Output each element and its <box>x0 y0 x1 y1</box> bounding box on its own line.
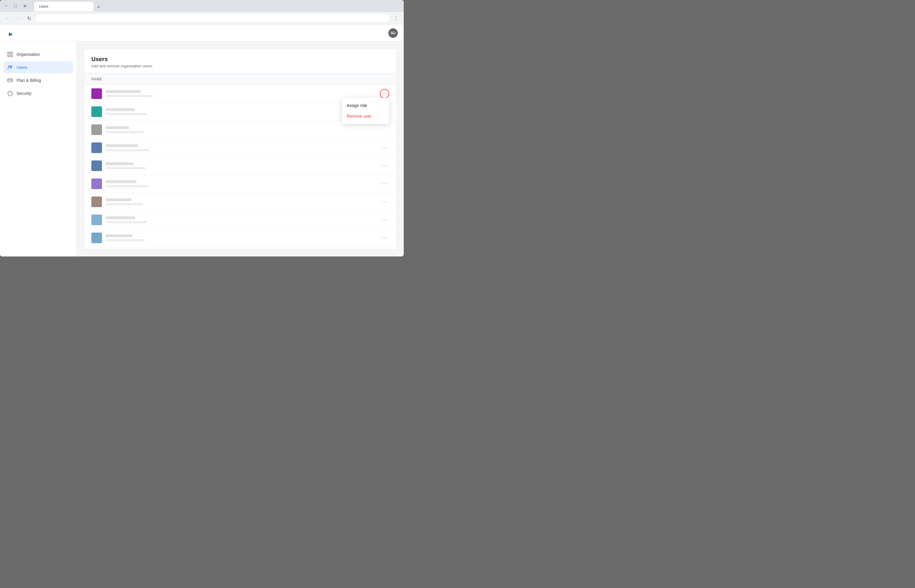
user-info-8 <box>105 216 380 223</box>
user-list: ··· Assign role Remove user <box>84 85 396 249</box>
card-icon <box>7 78 13 83</box>
tab-label: Users <box>39 5 48 8</box>
close-button[interactable]: ✕ <box>21 2 28 10</box>
column-name: Name <box>91 77 102 81</box>
user-avatar-9 <box>91 233 102 243</box>
svg-rect-0 <box>8 52 10 54</box>
user-name-bar-8 <box>105 216 135 219</box>
user-info-7 <box>105 198 380 205</box>
window-controls: − □ ✕ <box>2 2 28 10</box>
user-email-bar-7 <box>105 203 143 205</box>
more-actions-button-5[interactable]: ··· <box>380 161 389 171</box>
app-logo <box>6 28 15 38</box>
more-actions-button-8[interactable]: ··· <box>380 215 389 225</box>
sidebar-label-security: Security <box>16 91 32 96</box>
user-name-bar-9 <box>105 234 133 237</box>
page-title: Users <box>91 56 389 63</box>
user-avatar-8 <box>91 215 102 225</box>
refresh-button[interactable]: ↻ <box>25 14 33 23</box>
active-tab[interactable]: Users <box>34 2 94 11</box>
svg-rect-2 <box>8 55 10 57</box>
user-avatar-5 <box>91 160 102 171</box>
user-info-4 <box>105 144 380 151</box>
address-bar[interactable] <box>36 14 390 23</box>
more-actions-button-9[interactable]: ··· <box>380 233 389 242</box>
user-avatar-2 <box>91 107 102 117</box>
user-name-bar-7 <box>105 198 131 201</box>
user-name-bar-5 <box>105 162 134 165</box>
sidebar-item-plan-billing[interactable]: Plan & Billing <box>3 74 73 86</box>
user-email-bar-1 <box>105 95 153 97</box>
more-actions-button-4[interactable]: ··· <box>380 143 389 152</box>
sidebar-label-plan-billing: Plan & Billing <box>16 78 41 83</box>
table-row: ··· <box>84 229 396 247</box>
user-avatar-3 <box>91 124 102 135</box>
user-info-3 <box>105 126 389 133</box>
remove-user-item[interactable]: Remove user <box>342 111 389 121</box>
sidebar: Organisation Users <box>0 41 77 257</box>
user-avatar-7 <box>91 197 102 207</box>
user-email-bar-8 <box>105 221 147 223</box>
svg-rect-1 <box>11 52 13 54</box>
user-email-bar-4 <box>105 149 150 151</box>
table-row: ··· <box>84 193 396 211</box>
user-email-bar-2 <box>105 113 147 115</box>
more-actions-button-1[interactable]: ··· <box>380 89 389 99</box>
user-info-9 <box>105 234 380 241</box>
svg-point-5 <box>11 66 12 67</box>
user-name-bar-6 <box>105 180 137 183</box>
main-panel: Users Add and remove organisation users.… <box>77 41 404 257</box>
user-name-bar-1 <box>105 90 141 93</box>
dropdown-menu: Assign role Remove user <box>342 98 389 124</box>
more-actions-button-7[interactable]: ··· <box>380 197 389 207</box>
table-row: ··· <box>84 157 396 175</box>
page-subtitle: Add and remove organisation users. <box>91 64 389 68</box>
user-email-bar-5 <box>105 167 145 169</box>
sidebar-label-organisation: Organisation <box>16 52 40 57</box>
card-header: Users Add and remove organisation users. <box>84 49 396 73</box>
table-row: ··· <box>84 175 396 193</box>
user-avatar-6 <box>91 178 102 189</box>
forward-button[interactable]: → <box>14 14 23 23</box>
assign-role-item[interactable]: Assign role <box>342 100 389 111</box>
table-row: ··· <box>84 139 396 157</box>
user-info-6 <box>105 180 380 187</box>
user-email-bar-3 <box>105 131 144 133</box>
user-name-bar-3 <box>105 126 129 129</box>
user-info-1 <box>105 90 380 97</box>
maximize-button[interactable]: □ <box>12 2 19 10</box>
user-info-5 <box>105 162 380 169</box>
grid-icon <box>7 52 13 57</box>
new-tab-button[interactable]: + <box>95 3 103 11</box>
users-icon <box>7 65 13 70</box>
browser-window: − □ ✕ Users + ← → ↻ ⋮ SU <box>0 0 404 257</box>
sidebar-item-security[interactable]: Security <box>3 87 73 99</box>
user-email-bar-9 <box>105 239 144 241</box>
user-email-bar-6 <box>105 185 148 187</box>
user-name-bar-4 <box>105 144 138 147</box>
table-header: Name <box>84 73 396 85</box>
svg-rect-3 <box>11 55 13 57</box>
app-content: Organisation Users <box>0 41 404 257</box>
svg-point-4 <box>8 66 10 67</box>
user-name-bar-2 <box>105 108 135 111</box>
title-bar: − □ ✕ Users + <box>0 0 404 12</box>
back-button[interactable]: ← <box>3 14 12 23</box>
user-avatar-1 <box>91 88 102 99</box>
nav-bar: ← → ↻ ⋮ <box>0 12 404 25</box>
shield-icon <box>7 90 13 96</box>
browser-more-button[interactable]: ⋮ <box>392 14 400 23</box>
sidebar-item-users[interactable]: Users <box>3 61 73 73</box>
sidebar-label-users: Users <box>16 65 27 70</box>
svg-rect-6 <box>8 79 13 82</box>
user-avatar[interactable]: SU <box>388 28 398 38</box>
user-avatar-4 <box>91 142 102 153</box>
app-header: SU <box>0 25 404 41</box>
table-row: ··· <box>84 211 396 229</box>
tab-bar: Users + <box>32 1 105 11</box>
minimize-button[interactable]: − <box>2 2 10 10</box>
more-actions-button-6[interactable]: ··· <box>380 179 389 189</box>
table-row: ··· Assign role Remove user <box>84 85 396 103</box>
sidebar-item-organisation[interactable]: Organisation <box>3 48 73 60</box>
content-card: Users Add and remove organisation users.… <box>84 48 397 249</box>
